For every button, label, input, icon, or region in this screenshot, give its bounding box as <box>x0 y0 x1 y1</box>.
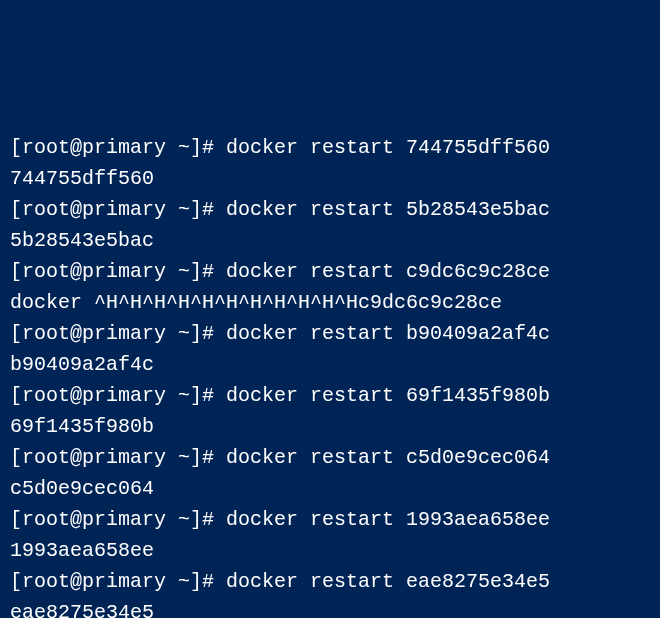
command-text: docker restart 744755dff560 <box>226 136 550 159</box>
output-line: 5b28543e5bac <box>10 225 650 256</box>
terminal-window[interactable]: [root@primary ~]# docker restart 744755d… <box>10 132 650 618</box>
command-line: [root@primary ~]# docker restart c9dc6c9… <box>10 256 650 287</box>
command-line: [root@primary ~]# docker restart b90409a… <box>10 318 650 349</box>
command-line: [root@primary ~]# docker restart 1993aea… <box>10 504 650 535</box>
command-text: docker restart 69f1435f980b <box>226 384 550 407</box>
prompt: [root@primary ~]# <box>10 198 226 221</box>
command-text: docker restart 5b28543e5bac <box>226 198 550 221</box>
command-text: docker restart c9dc6c9c28ce <box>226 260 550 283</box>
prompt: [root@primary ~]# <box>10 446 226 469</box>
output-line: 744755dff560 <box>10 163 650 194</box>
output-line: 69f1435f980b <box>10 411 650 442</box>
command-line: [root@primary ~]# docker restart 69f1435… <box>10 380 650 411</box>
output-line: docker ^H^H^H^H^H^H^H^H^H^H^Hc9dc6c9c28c… <box>10 287 650 318</box>
output-line: 1993aea658ee <box>10 535 650 566</box>
command-line: [root@primary ~]# docker restart 744755d… <box>10 132 650 163</box>
prompt: [root@primary ~]# <box>10 384 226 407</box>
prompt: [root@primary ~]# <box>10 322 226 345</box>
command-line: [root@primary ~]# docker restart eae8275… <box>10 566 650 597</box>
prompt: [root@primary ~]# <box>10 136 226 159</box>
output-line: eae8275e34e5 <box>10 597 650 618</box>
prompt: [root@primary ~]# <box>10 570 226 593</box>
command-line: [root@primary ~]# docker restart c5d0e9c… <box>10 442 650 473</box>
command-line: [root@primary ~]# docker restart 5b28543… <box>10 194 650 225</box>
command-text: docker restart c5d0e9cec064 <box>226 446 550 469</box>
command-text: docker restart eae8275e34e5 <box>226 570 550 593</box>
prompt: [root@primary ~]# <box>10 508 226 531</box>
command-text: docker restart b90409a2af4c <box>226 322 550 345</box>
output-line: b90409a2af4c <box>10 349 650 380</box>
prompt: [root@primary ~]# <box>10 260 226 283</box>
output-line: c5d0e9cec064 <box>10 473 650 504</box>
command-text: docker restart 1993aea658ee <box>226 508 550 531</box>
